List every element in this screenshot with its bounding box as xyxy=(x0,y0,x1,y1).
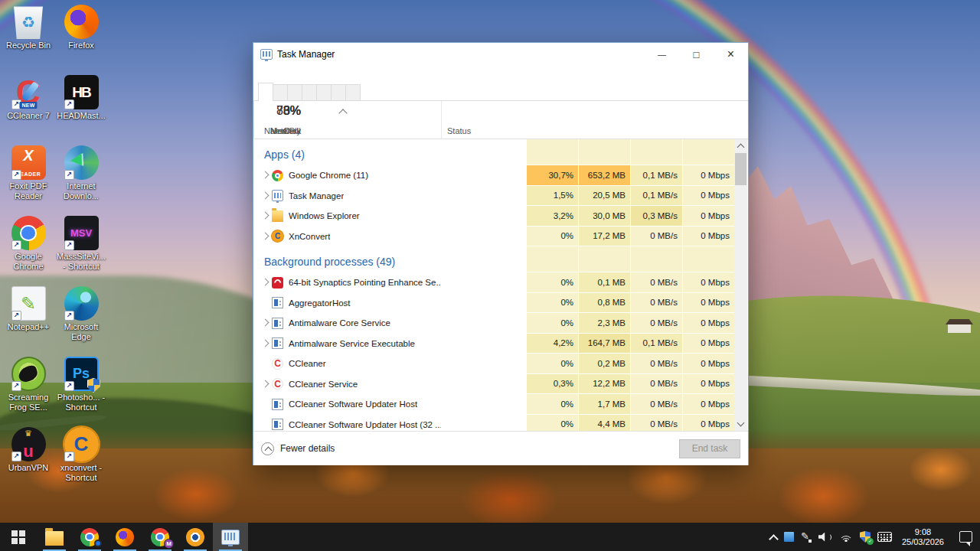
taskbar-app-button[interactable] xyxy=(72,523,107,551)
taskbar-app-button[interactable] xyxy=(178,523,213,551)
tab[interactable] xyxy=(316,84,332,100)
expand-chevron-icon[interactable] xyxy=(260,279,272,286)
desktop-icon[interactable]: ↗ Recycle Bin xyxy=(3,5,54,75)
desktop-icon[interactable]: ↗ Firefox xyxy=(56,5,106,75)
memory-cell: 164,7 MB xyxy=(578,334,630,354)
menu-item[interactable] xyxy=(260,73,271,76)
maximize-button[interactable]: □ xyxy=(679,43,714,66)
cpu-cell: 0% xyxy=(526,293,578,314)
group-header-row[interactable]: Apps (4) xyxy=(253,139,734,165)
desktop-icon[interactable]: ↗ MassSiteVi... - Shortcut xyxy=(56,216,106,286)
scroll-up-icon[interactable] xyxy=(734,139,747,152)
defender-shield-icon[interactable] xyxy=(860,531,871,543)
fewer-details-toggle[interactable]: Fewer details xyxy=(261,442,335,455)
desktop-icon[interactable]: ↗ HEADMast... xyxy=(56,75,106,145)
process-icon xyxy=(272,277,283,289)
scroll-down-icon[interactable] xyxy=(734,418,747,431)
title-bar[interactable]: Task Manager — □ × xyxy=(253,43,748,66)
desktop-icon-label: Recycle Bin xyxy=(6,41,51,51)
desktop-icon-label: Foxit PDF Reader xyxy=(3,181,54,201)
volume-icon[interactable] xyxy=(818,532,832,543)
process-row[interactable]: CCleaner 0% 0,2 MB 0 MB/s 0 Mbps xyxy=(253,354,734,374)
desktop-icon[interactable]: ↗ Screaming Frog SE... xyxy=(3,357,54,427)
desktop-icon[interactable]: ↗ Microsoft Edge xyxy=(56,286,106,357)
expand-chevron-icon[interactable] xyxy=(260,340,272,347)
tab[interactable] xyxy=(331,84,346,100)
menu-item[interactable] xyxy=(271,73,282,76)
status-cell xyxy=(441,227,526,247)
process-row[interactable]: CCleaner Software Updater Host 0% 1,7 MB… xyxy=(253,394,734,415)
scrollbar-thumb[interactable] xyxy=(735,153,746,185)
process-row[interactable]: Antimalware Core Service 0% 2,3 MB 0 MB/… xyxy=(253,313,734,334)
tab[interactable] xyxy=(258,83,273,101)
hidden-icons-chevron-icon[interactable] xyxy=(770,533,777,540)
start-button[interactable] xyxy=(0,523,37,551)
process-row[interactable]: AggregatorHost 0% 0,8 MB 0 MB/s 0 Mbps xyxy=(253,293,734,314)
desktop-icon-label: Firefox xyxy=(68,41,94,51)
memory-cell: 12,2 MB xyxy=(578,374,630,395)
tab[interactable] xyxy=(302,84,317,100)
disk-cell: 0 MB/s xyxy=(630,272,682,293)
pen-input-icon[interactable] xyxy=(801,532,812,543)
status-cell xyxy=(441,206,526,227)
taskbar-app-button[interactable] xyxy=(107,523,142,551)
network-cell: 0 Mbps xyxy=(682,334,734,354)
desktop-icon-label: Google Chrome xyxy=(3,252,54,272)
close-button[interactable]: × xyxy=(714,43,748,66)
desktop-icon[interactable]: ↗ Internet Downlo... xyxy=(56,145,106,216)
usage-percent: 0% xyxy=(254,104,301,118)
memory-cell: 1,7 MB xyxy=(578,394,630,415)
taskbar-clock[interactable]: 9:08 25/03/2026 xyxy=(899,527,947,547)
taskbar-app-button[interactable] xyxy=(213,523,248,551)
memory-cell: 0,8 MB xyxy=(578,293,630,314)
expand-chevron-icon[interactable] xyxy=(260,192,272,200)
system-tray: 9:08 25/03/2026 xyxy=(770,523,980,551)
process-row[interactable]: Windows Explorer 3,2% 30,0 MB 0,3 MB/s 0… xyxy=(253,206,734,227)
disk-cell: 0 MB/s xyxy=(630,415,682,432)
desktop-icon[interactable]: ↗ Google Chrome xyxy=(3,216,54,286)
expand-chevron-icon[interactable] xyxy=(260,233,272,240)
group-header-row[interactable]: Background processes (49) xyxy=(253,246,734,272)
process-row[interactable]: CCleaner Software Updater Host (32 ... 0… xyxy=(253,415,734,432)
taskbar-app-button[interactable] xyxy=(37,523,72,551)
touch-keyboard-icon[interactable] xyxy=(877,532,892,542)
shortcut-arrow-icon: ↗ xyxy=(64,240,74,250)
process-row[interactable]: 64-bit Synaptics Pointing Enhance Se... … xyxy=(253,272,734,293)
column-header-usage[interactable]: 0% Network xyxy=(253,101,305,139)
wifi-icon[interactable] xyxy=(839,532,853,542)
minimize-button[interactable]: — xyxy=(645,43,679,66)
desktop-icon[interactable]: ↗ Foxit PDF Reader xyxy=(3,145,54,216)
expand-chevron-icon[interactable] xyxy=(260,171,272,179)
process-row[interactable]: Google Chrome (11) 30,7% 653,2 MB 0,1 MB… xyxy=(253,165,734,186)
vertical-scrollbar[interactable] xyxy=(734,139,747,431)
taskbar: M 9:08 25/03/2026 xyxy=(0,523,980,551)
action-center-icon[interactable] xyxy=(959,531,972,543)
tab[interactable] xyxy=(287,84,302,100)
desktop-icon[interactable]: ↗ Notepad++ xyxy=(3,286,54,357)
process-row[interactable]: XnConvert 0% 17,2 MB 0 MB/s 0 Mbps xyxy=(253,227,734,247)
tab[interactable] xyxy=(345,84,361,100)
tab[interactable] xyxy=(273,84,288,100)
usage-label: Network xyxy=(270,126,301,135)
desktop-icon[interactable]: ↗ xnconvert - Shortcut xyxy=(56,427,106,497)
status-cell xyxy=(441,313,526,334)
process-row[interactable]: CCleaner Service 0,3% 12,2 MB 0 MB/s 0 M… xyxy=(253,374,734,395)
shortcut-arrow-icon: ↗ xyxy=(11,170,21,180)
desktop-icon[interactable]: ↗ UrbanVPN xyxy=(3,427,54,497)
expand-chevron-icon[interactable] xyxy=(260,380,272,388)
desktop-icon[interactable]: ↗ Photosho... - Shortcut xyxy=(56,357,106,427)
desktop-icon[interactable]: ↗ NEW CCleaner 7 xyxy=(3,75,54,145)
app-window-icon[interactable] xyxy=(784,532,794,542)
menu-item[interactable] xyxy=(282,73,292,76)
disk-cell: 0 MB/s xyxy=(630,394,682,415)
expand-chevron-icon[interactable] xyxy=(260,319,272,327)
expand-chevron-icon[interactable] xyxy=(260,212,272,220)
end-task-button[interactable]: End task xyxy=(679,439,740,458)
process-row[interactable]: Antimalware Service Executable 4,2% 164,… xyxy=(253,334,734,354)
cpu-cell: 3,2% xyxy=(526,206,578,227)
process-row[interactable]: Task Manager 1,5% 20,5 MB 0,1 MB/s 0 Mbp… xyxy=(253,186,734,207)
network-cell: 0 Mbps xyxy=(682,394,734,415)
column-header-status[interactable]: Status xyxy=(441,101,526,139)
memory-cell: 30,0 MB xyxy=(578,206,630,227)
taskbar-app-button[interactable]: M xyxy=(142,523,178,551)
